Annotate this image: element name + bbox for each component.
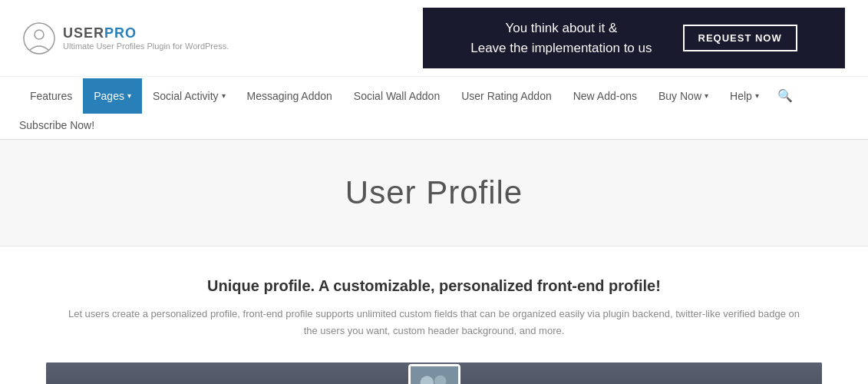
svg-point-1 [35,30,44,39]
logo-subtitle: Ultimate User Profiles Plugin for WordPr… [63,41,229,51]
nav-item-social-wall-addon[interactable]: Social Wall Addon [343,78,451,114]
logo-area: USERPRO Ultimate User Profiles Plugin fo… [23,22,229,55]
hero-section: User Profile [0,140,868,247]
hero-title: User Profile [15,174,853,211]
logo-user: USER [63,25,104,41]
nav-item-help[interactable]: Help ▾ [719,78,770,114]
logo-title: USERPRO [63,25,229,41]
content-section: Unique profile. A customizable, personal… [51,247,818,362]
banner-line1: You think about it & [505,21,617,35]
nav-bar: Features Pages ▾ Social Activity ▾ Messa… [0,77,868,140]
search-icon[interactable]: 🔍 [770,77,800,114]
help-chevron-icon: ▾ [755,91,759,100]
nav-item-buy-now[interactable]: Buy Now ▾ [648,78,719,114]
top-bar: USERPRO Ultimate User Profiles Plugin fo… [0,0,868,77]
buy-now-chevron-icon: ▾ [705,91,708,100]
nav-item-subscribe[interactable]: Subscribe Now! [19,114,105,139]
avatar-image [411,366,458,384]
banner-text: You think about it & Leave the implement… [470,18,652,58]
content-description: Let users create a personalized profile,… [66,306,803,339]
svg-rect-3 [411,366,458,384]
nav-item-pages[interactable]: Pages ▾ [83,78,142,114]
banner-ad: You think about it & Leave the implement… [423,8,845,68]
content-tagline: Unique profile. A customizable, personal… [66,277,803,295]
profile-card: admin ● [408,364,460,384]
nav-item-user-rating-addon[interactable]: User Rating Addon [451,78,563,114]
profile-avatar [408,364,460,384]
nav-item-social-activity[interactable]: Social Activity ▾ [142,78,236,114]
banner-line2: Leave the implementation to us [470,41,652,55]
nav-items-row: Features Pages ▾ Social Activity ▾ Messa… [19,77,849,114]
nav-item-messaging-addon[interactable]: Messaging Addon [236,78,343,114]
nav-item-features[interactable]: Features [19,78,83,114]
profile-preview-container: admin ● [46,362,822,384]
social-activity-chevron-icon: ▾ [222,91,226,100]
pages-chevron-icon: ▾ [127,91,131,100]
mountain-background: admin ● [46,362,822,384]
logo-text-group: USERPRO Ultimate User Profiles Plugin fo… [63,25,229,51]
logo-pro: PRO [104,25,137,41]
svg-point-0 [24,23,54,54]
nav-item-new-addons[interactable]: New Add-ons [563,78,648,114]
logo-icon [23,22,55,55]
request-now-button[interactable]: REQUEST NOW [683,25,797,51]
